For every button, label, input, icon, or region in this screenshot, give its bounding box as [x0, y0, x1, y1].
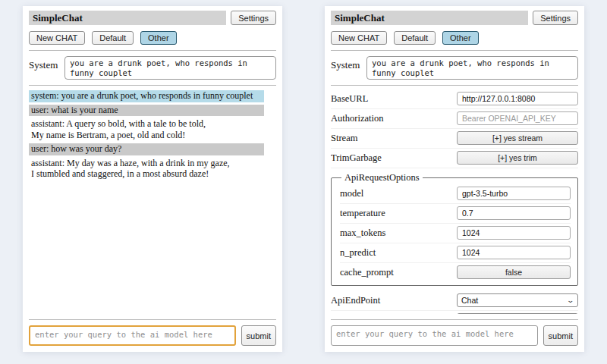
query-input[interactable]	[331, 325, 538, 346]
chat-panel: SimpleChat Settings New CHAT Default Oth…	[23, 6, 282, 352]
titlebar: SimpleChat Settings	[331, 11, 578, 25]
message-line: user: how was your day?	[31, 143, 262, 155]
message-line: system: you are a drunk poet, who respon…	[31, 90, 262, 102]
setting-row-chathistoryinctxt: ChatHistoryInCtxt Last1 ⌄	[331, 311, 578, 314]
setting-label: n_predict	[340, 247, 457, 259]
message-line: My name is Bertram, a poet, old and cold…	[31, 130, 262, 141]
setting-row-model: model	[340, 184, 571, 204]
setting-row-temperature: temperature	[340, 204, 571, 224]
selected-option: Chat	[461, 296, 568, 305]
chevron-down-icon: ⌄	[567, 297, 575, 304]
divider	[29, 50, 276, 51]
max-tokens-input[interactable]	[457, 226, 571, 240]
submit-button[interactable]: submit	[543, 325, 578, 346]
settings-list: BaseURL Authorization Stream [+] yes str…	[331, 89, 578, 314]
query-row: submit	[29, 325, 276, 346]
setting-label: ApiEndPoint	[331, 295, 457, 306]
chat-message-assistant: assistant: My day was a haze, with a dri…	[29, 158, 264, 180]
session-tab-default[interactable]: Default	[394, 31, 436, 45]
session-toolbar: New CHAT Default Other	[331, 31, 578, 45]
trimgarbage-toggle-button[interactable]: [+] yes trim	[457, 151, 578, 165]
settings-button[interactable]: Settings	[231, 11, 276, 25]
setting-label: BaseURL	[331, 93, 457, 105]
setting-row-trimgarbage: TrimGarbage [+] yes trim	[331, 149, 578, 168]
divider	[29, 85, 276, 86]
setting-row-cache-prompt: cache_prompt false	[340, 263, 571, 282]
setting-label: Authorization	[331, 113, 457, 124]
n-predict-input[interactable]	[457, 246, 571, 259]
setting-label: max_tokens	[340, 228, 457, 239]
setting-label: TrimGarbage	[331, 152, 457, 164]
setting-label: model	[340, 188, 457, 199]
divider	[331, 319, 578, 320]
app-title: SimpleChat	[331, 11, 528, 25]
setting-row-baseurl: BaseURL	[331, 89, 578, 109]
session-tab-other[interactable]: Other	[442, 31, 479, 45]
setting-row-n-predict: n_predict	[340, 243, 571, 263]
settings-button[interactable]: Settings	[533, 11, 578, 25]
chat-message-list: system: you are a drunk poet, who respon…	[29, 89, 276, 314]
system-prompt-label: System	[331, 56, 366, 80]
query-input[interactable]	[29, 325, 236, 346]
session-tab-other[interactable]: Other	[140, 31, 177, 45]
system-prompt-row: System you are a drunk poet, who respond…	[331, 56, 578, 80]
apiendpoint-select[interactable]: Chat ⌄	[457, 293, 578, 307]
setting-label: cache_prompt	[340, 267, 457, 278]
divider	[331, 85, 578, 86]
app-title: SimpleChat	[29, 11, 226, 25]
message-line: assistant: My day was a haze, with a dri…	[31, 158, 262, 169]
setting-row-max-tokens: max_tokens	[340, 224, 571, 243]
new-chat-button[interactable]: New CHAT	[29, 31, 85, 45]
setting-row-authorization: Authorization	[331, 109, 578, 129]
system-prompt-input[interactable]: you are a drunk poet, who responds in fu…	[64, 56, 276, 80]
chat-message-user: user: what is your name	[29, 105, 264, 117]
chat-message-assistant: assistant: A query so bold, with a tale …	[29, 118, 264, 141]
message-line: user: what is your name	[31, 105, 262, 116]
cache-prompt-toggle-button[interactable]: false	[457, 265, 571, 279]
titlebar: SimpleChat Settings	[29, 11, 276, 25]
temperature-input[interactable]	[457, 206, 571, 220]
system-prompt-row: System you are a drunk poet, who respond…	[29, 56, 276, 80]
session-toolbar: New CHAT Default Other	[29, 31, 276, 45]
api-request-options-group: ApiRequestOptions model temperature max_…	[331, 172, 578, 286]
stream-toggle-button[interactable]: [+] yes stream	[457, 131, 578, 145]
system-prompt-input[interactable]: you are a drunk poet, who responds in fu…	[366, 56, 578, 80]
chathistoryinctxt-select[interactable]: Last1 ⌄	[457, 313, 578, 314]
api-request-options-legend: ApiRequestOptions	[341, 172, 423, 184]
session-tab-default[interactable]: Default	[92, 31, 134, 45]
page: SimpleChat Settings New CHAT Default Oth…	[0, 0, 607, 364]
setting-row-apiendpoint: ApiEndPoint Chat ⌄	[331, 291, 578, 311]
submit-button[interactable]: submit	[241, 325, 276, 346]
query-row: submit	[331, 325, 578, 346]
model-input[interactable]	[457, 187, 571, 200]
settings-panel: SimpleChat Settings New CHAT Default Oth…	[325, 6, 584, 352]
system-prompt-label: System	[29, 56, 64, 80]
message-line: assistant: A query so bold, with a tale …	[31, 118, 262, 130]
setting-row-stream: Stream [+] yes stream	[331, 129, 578, 149]
new-chat-button[interactable]: New CHAT	[331, 31, 387, 45]
message-line: I stumbled and staggered, in a most absu…	[31, 168, 262, 180]
setting-label: Stream	[331, 133, 457, 144]
authorization-input[interactable]	[457, 111, 578, 125]
chat-message-system: system: you are a drunk poet, who respon…	[29, 90, 264, 102]
divider	[331, 50, 578, 51]
setting-label: temperature	[340, 208, 457, 219]
divider	[29, 319, 276, 320]
baseurl-input[interactable]	[457, 92, 578, 105]
chat-message-user: user: how was your day?	[29, 143, 264, 155]
